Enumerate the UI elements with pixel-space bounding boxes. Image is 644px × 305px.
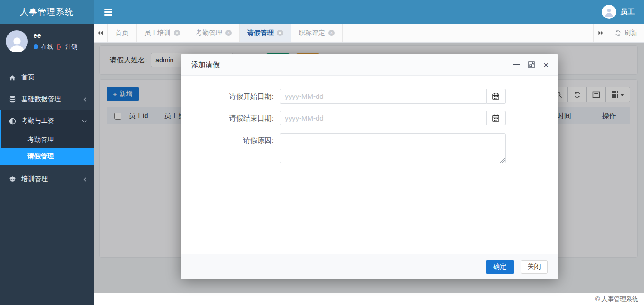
close-button[interactable]: 关闭 xyxy=(521,260,548,274)
sidebar-avatar-icon xyxy=(6,30,28,52)
hr-management-app: 人事管理系统 员工 ee 在线 xyxy=(0,0,644,305)
sidebar-item-attendance-salary[interactable]: 考勤与工资 xyxy=(1,110,94,132)
tab-label: 职称评定 xyxy=(299,29,325,37)
page-footer: © 人事管理系统 xyxy=(94,293,644,305)
sidebar-user-name: ee xyxy=(34,32,77,39)
top-bar: 人事管理系统 员工 xyxy=(0,0,644,24)
sidebar-menu: 首页 基础数据管理 考勤与工资 xyxy=(0,67,94,190)
database-icon xyxy=(8,96,17,103)
tab-close-icon[interactable]: × xyxy=(174,30,180,36)
confirm-button[interactable]: 确定 xyxy=(486,260,514,274)
tab-home[interactable]: 首页 xyxy=(108,24,137,42)
home-icon xyxy=(8,74,17,81)
sidebar-item-basic-data[interactable]: 基础数据管理 xyxy=(0,88,94,110)
refresh-tab-button[interactable]: 刷新 xyxy=(608,24,644,42)
add-leave-modal: 添加请假 × 请假开始日期: 请假结束日期: xyxy=(181,54,558,279)
tab-label: 首页 xyxy=(115,29,129,37)
close-icon[interactable]: × xyxy=(543,61,549,70)
tabs-scroll-left-icon[interactable] xyxy=(94,24,108,42)
app-logo: 人事管理系统 xyxy=(0,0,94,24)
form-row-reason: 请假原因: xyxy=(181,133,558,165)
modal-body: 请假开始日期: 请假结束日期: 请假原因: xyxy=(181,76,558,254)
logout-link[interactable]: 注销 xyxy=(56,43,77,51)
refresh-icon xyxy=(615,30,621,36)
tab-leave-mgmt[interactable]: 请假管理 × xyxy=(240,24,291,42)
chevron-down-icon xyxy=(82,119,87,123)
sidebar-item-attendance-mgmt[interactable]: 考勤管理 xyxy=(1,132,94,148)
form-row-start-date: 请假开始日期: xyxy=(181,89,558,104)
sidebar-item-label: 考勤与工资 xyxy=(21,117,82,125)
tab-label: 考勤管理 xyxy=(196,29,222,37)
calendar-icon xyxy=(492,114,499,122)
logout-label: 注销 xyxy=(65,43,77,51)
start-date-picker-button[interactable] xyxy=(487,89,506,104)
end-date-picker-button[interactable] xyxy=(487,111,506,125)
tab-employee-training[interactable]: 员工培训 × xyxy=(137,24,188,42)
adjust-icon xyxy=(8,117,17,125)
start-date-group xyxy=(280,89,506,104)
sidebar: ee 在线 注销 首页 xyxy=(0,24,94,305)
sidebar-section-attendance-salary: 考勤与工资 考勤管理 请假管理 xyxy=(0,110,94,165)
tab-close-icon[interactable]: × xyxy=(277,30,283,36)
sidebar-item-home[interactable]: 首页 xyxy=(0,67,94,88)
refresh-label: 刷新 xyxy=(624,29,637,37)
sidebar-user-panel: ee 在线 注销 xyxy=(0,24,94,60)
online-status-icon xyxy=(34,44,38,49)
tab-label: 员工培训 xyxy=(144,29,171,37)
end-date-group xyxy=(280,111,506,125)
modal-tools: × xyxy=(513,61,549,70)
copyright-text: © 人事管理系统 xyxy=(595,295,638,304)
tab-label: 请假管理 xyxy=(247,29,274,37)
sidebar-item-label: 培训管理 xyxy=(21,175,83,183)
modal-header: 添加请假 × xyxy=(181,54,558,76)
tabs-scroll-right-icon[interactable] xyxy=(593,24,608,42)
reason-textarea-wrap xyxy=(280,133,506,165)
online-status-label: 在线 xyxy=(41,43,53,51)
user-avatar-icon xyxy=(602,5,616,19)
graduation-cap-icon xyxy=(8,175,17,183)
reason-label: 请假原因: xyxy=(181,133,280,165)
start-date-label: 请假开始日期: xyxy=(181,89,280,104)
top-user-name: 员工 xyxy=(620,8,635,17)
sidebar-item-leave-mgmt[interactable]: 请假管理 xyxy=(1,148,94,165)
logout-icon xyxy=(56,44,63,50)
sidebar-item-training[interactable]: 培训管理 xyxy=(0,168,94,190)
maximize-icon[interactable] xyxy=(528,61,535,69)
chevron-left-icon xyxy=(83,177,87,182)
chevron-left-icon xyxy=(83,97,87,102)
end-date-input[interactable] xyxy=(280,111,487,125)
top-bar-main: 员工 xyxy=(94,0,644,24)
minimize-icon[interactable] xyxy=(513,64,520,65)
tab-attendance-mgmt[interactable]: 考勤管理 × xyxy=(188,24,240,42)
reason-textarea[interactable] xyxy=(280,133,506,163)
form-row-end-date: 请假结束日期: xyxy=(181,111,558,125)
modal-footer: 确定 关闭 xyxy=(181,254,558,279)
calendar-icon xyxy=(492,93,499,100)
sidebar-item-label: 基础数据管理 xyxy=(21,95,83,104)
tab-title-evaluation[interactable]: 职称评定 × xyxy=(291,24,343,42)
tab-bar: 首页 员工培训 × 考勤管理 × 请假管理 × 职称评定 × xyxy=(94,24,644,43)
user-menu[interactable]: 员工 xyxy=(602,5,635,19)
sidebar-toggle-icon[interactable] xyxy=(100,4,116,20)
sidebar-user-meta: ee 在线 注销 xyxy=(34,32,77,51)
end-date-label: 请假结束日期: xyxy=(181,111,280,125)
tab-close-icon[interactable]: × xyxy=(225,30,232,36)
start-date-input[interactable] xyxy=(280,89,487,104)
sidebar-item-label: 首页 xyxy=(21,73,87,82)
tab-close-icon[interactable]: × xyxy=(328,30,335,36)
sidebar-user-status: 在线 注销 xyxy=(34,43,77,51)
modal-title: 添加请假 xyxy=(191,61,220,70)
